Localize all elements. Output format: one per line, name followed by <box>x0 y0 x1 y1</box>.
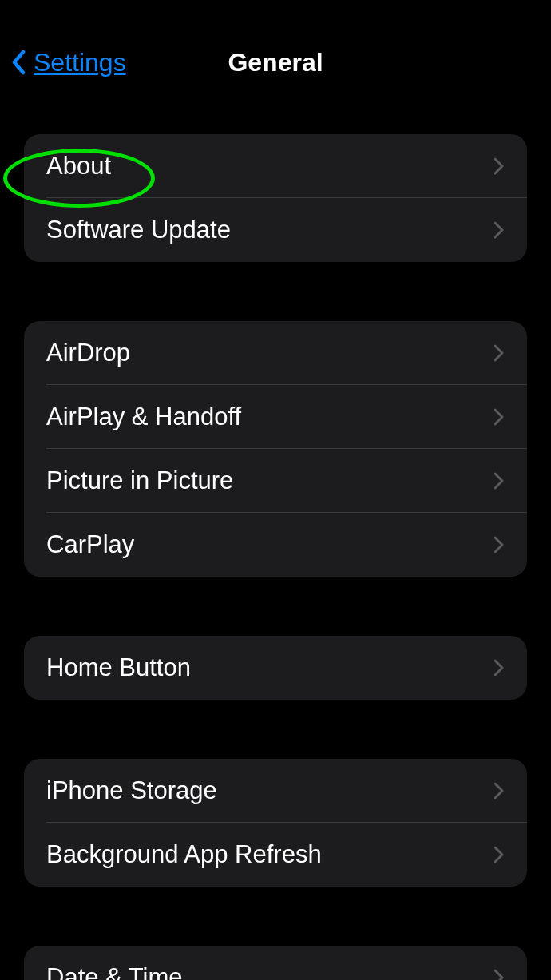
row-about[interactable]: About <box>24 134 527 198</box>
group-home-button: Home Button <box>24 636 527 700</box>
chevron-right-icon <box>494 782 505 799</box>
row-label: Background App Refresh <box>46 840 322 869</box>
group-about: About Software Update <box>24 134 527 262</box>
group-datetime: Date & Time <box>24 946 527 980</box>
chevron-right-icon <box>494 344 505 362</box>
row-label: About <box>46 152 111 181</box>
row-airplay-handoff[interactable]: AirPlay & Handoff <box>24 385 527 449</box>
back-label: Settings <box>34 48 126 77</box>
group-storage: iPhone Storage Background App Refresh <box>24 759 527 887</box>
back-button[interactable]: Settings <box>11 48 126 77</box>
row-date-time[interactable]: Date & Time <box>24 946 527 980</box>
row-label: AirPlay & Handoff <box>46 403 241 431</box>
row-label: AirDrop <box>46 339 130 367</box>
row-label: Picture in Picture <box>46 466 233 495</box>
chevron-right-icon <box>494 659 505 676</box>
row-carplay[interactable]: CarPlay <box>24 513 527 577</box>
navigation-bar: Settings General <box>0 22 551 102</box>
row-airdrop[interactable]: AirDrop <box>24 321 527 385</box>
row-software-update[interactable]: Software Update <box>24 198 527 262</box>
row-label: Home Button <box>46 653 191 682</box>
row-background-app-refresh[interactable]: Background App Refresh <box>24 823 527 887</box>
row-label: Software Update <box>46 216 231 244</box>
chevron-right-icon <box>494 472 505 490</box>
chevron-right-icon <box>494 536 505 553</box>
chevron-right-icon <box>494 846 505 863</box>
row-label: CarPlay <box>46 530 134 559</box>
row-iphone-storage[interactable]: iPhone Storage <box>24 759 527 823</box>
group-connectivity: AirDrop AirPlay & Handoff Picture in Pic… <box>24 321 527 577</box>
chevron-left-icon <box>11 50 27 75</box>
chevron-right-icon <box>494 408 505 426</box>
chevron-right-icon <box>494 221 505 239</box>
page-title: General <box>228 48 323 77</box>
row-label: Date & Time <box>46 963 183 980</box>
chevron-right-icon <box>494 969 505 980</box>
row-picture-in-picture[interactable]: Picture in Picture <box>24 449 527 513</box>
chevron-right-icon <box>494 157 505 175</box>
row-home-button[interactable]: Home Button <box>24 636 527 700</box>
settings-content: About Software Update AirDrop AirPlay & … <box>0 102 551 980</box>
row-label: iPhone Storage <box>46 776 217 805</box>
